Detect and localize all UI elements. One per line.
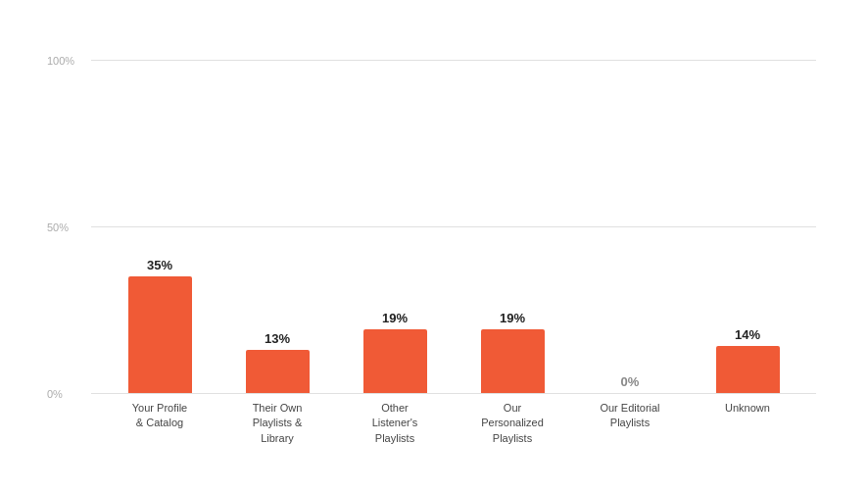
bar-value-other-listener: 19% — [382, 311, 408, 325]
bar-label-unknown: Unknown — [689, 393, 806, 416]
grid-label-0: 0% — [47, 388, 63, 400]
bar-label-our-personalized: OurPersonalizedPlaylists — [454, 393, 571, 446]
bar-group-our-personalized: 19% — [454, 60, 571, 393]
bar-value-unknown: 14% — [735, 327, 760, 342]
chart-container: 100% 50% 0% 35%13%19%19%0%14% Your Profi… — [32, 21, 836, 471]
bar-value-your-profile: 35% — [147, 258, 172, 272]
bar-value-our-personalized: 19% — [500, 311, 525, 325]
bar-group-your-profile: 35% — [101, 60, 218, 393]
bar-other-listener — [363, 329, 427, 393]
bars-area: 35%13%19%19%0%14% — [91, 60, 816, 393]
grid-label-50: 50% — [47, 221, 69, 233]
bar-value-their-own: 13% — [265, 331, 290, 346]
grid-label-100: 100% — [47, 55, 74, 67]
bar-label-other-listener: OtherListener'sPlaylists — [336, 393, 454, 446]
bar-label-your-profile: Your Profile& Catalog — [101, 393, 218, 431]
labels-area: Your Profile& CatalogTheir OwnPlaylists … — [91, 393, 816, 471]
bar-group-their-own: 13% — [218, 60, 336, 393]
bar-label-our-editorial: Our EditorialPlaylists — [571, 393, 689, 431]
bar-group-our-editorial: 0% — [571, 60, 689, 393]
bar-group-unknown: 14% — [689, 60, 806, 393]
bar-group-other-listener: 19% — [336, 60, 454, 393]
bar-unknown — [716, 346, 780, 393]
bar-value-our-editorial: 0% — [621, 374, 640, 389]
bar-your-profile — [128, 276, 192, 393]
bar-their-own — [246, 350, 310, 393]
bar-our-personalized — [481, 329, 545, 393]
bar-label-their-own: Their OwnPlaylists &Library — [218, 393, 336, 446]
